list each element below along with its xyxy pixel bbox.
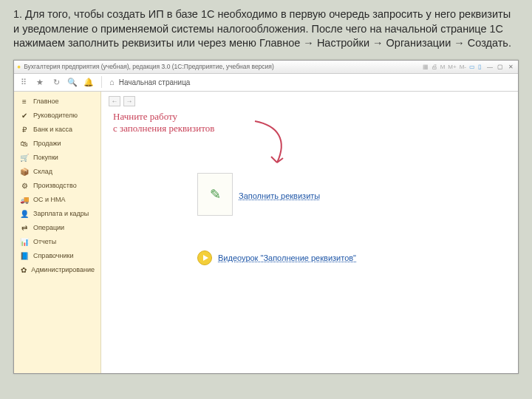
sidebar-item-main[interactable]: ≡Главное <box>14 95 100 109</box>
sidebar-item-label: ОС и НМА <box>33 196 66 203</box>
history-icon[interactable]: ↻ <box>51 77 61 87</box>
tool-icon[interactable]: M+ <box>448 64 456 70</box>
sidebar-item-label: Справочники <box>33 252 74 259</box>
truck-icon: 🚚 <box>20 196 29 204</box>
menu-icon: ≡ <box>20 98 29 106</box>
sidebar-item-label: Покупки <box>33 154 58 161</box>
pencil-icon: ✎ <box>210 186 221 202</box>
ruble-icon: ₽ <box>20 126 29 134</box>
search-icon[interactable]: 🔍 <box>67 77 78 87</box>
hint-line1: Начните работу <box>113 111 511 123</box>
chart-icon: 📊 <box>20 238 29 246</box>
video-row: Видеоурок "Заполнение реквизитов" <box>197 250 356 265</box>
main-area: ← → Начните работу с заполнения реквизит… <box>101 92 518 373</box>
sidebar-item-references[interactable]: 📘Справочники <box>14 249 100 263</box>
flower-icon: ✿ <box>20 266 27 274</box>
video-tutorial-link[interactable]: Видеоурок "Заполнение реквизитов" <box>218 253 356 262</box>
fill-requisites-link[interactable]: Заполнить реквизиты <box>239 191 320 200</box>
tool-icon[interactable]: M <box>440 64 446 70</box>
tool-icon[interactable]: M- <box>460 64 466 70</box>
nav-arrows: ← → <box>109 96 511 106</box>
forward-button[interactable]: → <box>123 96 135 106</box>
star-icon[interactable]: ★ <box>35 77 45 87</box>
maximize-icon[interactable]: ▢ <box>496 62 505 71</box>
bag-icon: 🛍 <box>20 140 29 148</box>
sidebar-item-label: Банк и касса <box>33 126 72 133</box>
tool-icon[interactable]: ▭ <box>469 64 475 70</box>
play-icon[interactable] <box>197 250 212 265</box>
gear-icon: ⚙ <box>20 182 29 190</box>
window-titlebar: ● Бухгалтерия предприятия (учебная), ред… <box>14 61 518 74</box>
sidebar-item-bank[interactable]: ₽Банк и касса <box>14 123 100 137</box>
handwritten-hint: Начните работу с заполнения реквизитов <box>113 111 511 135</box>
sidebar-item-label: Главное <box>33 98 58 105</box>
main-toolbar: ⠿ ★ ↻ 🔍 🔔 ⌂ Начальная страница <box>14 74 518 92</box>
check-icon: ✔ <box>20 112 29 120</box>
sidebar-item-purchases[interactable]: 🛒Покупки <box>14 151 100 165</box>
sidebar-item-manager[interactable]: ✔Руководителю <box>14 109 100 123</box>
sidebar-item-label: Производство <box>33 182 77 189</box>
sidebar-item-label: Зарплата и кадры <box>33 210 89 217</box>
titlebar-tools: ▦ 🖨 M M+ M- ▭ ▯ <box>423 64 481 70</box>
sidebar: ≡Главное ✔Руководителю ₽Банк и касса 🛍Пр… <box>14 92 101 373</box>
sidebar-item-reports[interactable]: 📊Отчеты <box>14 235 100 249</box>
sidebar-item-label: Администрирование <box>31 266 95 273</box>
slide-instruction: 1. Для того, чтобы создать ИП в базе 1С … <box>0 0 532 57</box>
box-icon: 📦 <box>20 168 29 176</box>
book-icon: 📘 <box>20 252 29 260</box>
bell-icon[interactable]: 🔔 <box>83 77 94 87</box>
sidebar-item-sales[interactable]: 🛍Продажи <box>14 137 100 151</box>
back-button[interactable]: ← <box>109 96 120 106</box>
sidebar-item-admin[interactable]: ✿Администрирование <box>14 263 100 277</box>
tool-icon[interactable]: 🖨 <box>432 64 437 70</box>
app-icon: ● <box>17 63 21 70</box>
sidebar-item-production[interactable]: ⚙Производство <box>14 179 100 193</box>
window-title: Бухгалтерия предприятия (учебная), редак… <box>24 63 423 70</box>
tool-icon[interactable]: ▯ <box>478 64 481 70</box>
tool-icon[interactable]: ▦ <box>423 64 429 70</box>
close-icon[interactable]: ✕ <box>506 62 515 71</box>
sidebar-item-label: Операции <box>33 224 64 231</box>
sidebar-item-label: Продажи <box>33 140 61 147</box>
instruction-text: 1. Для того, чтобы создать ИП в базе 1С … <box>13 8 511 49</box>
breadcrumb-label: Начальная страница <box>119 78 191 86</box>
breadcrumb: ⌂ Начальная страница <box>109 78 190 86</box>
separator <box>101 76 102 88</box>
sidebar-item-assets[interactable]: 🚚ОС и НМА <box>14 193 100 207</box>
sidebar-item-label: Отчеты <box>33 238 56 245</box>
app-window: ● Бухгалтерия предприятия (учебная), ред… <box>13 60 519 374</box>
fill-card[interactable]: ✎ <box>197 173 233 216</box>
hint-line2: с заполнения реквизитов <box>113 123 511 134</box>
home-icon[interactable]: ⌂ <box>109 78 115 86</box>
sidebar-item-label: Склад <box>33 168 52 175</box>
sidebar-item-operations[interactable]: ⇄Операции <box>14 221 100 235</box>
swap-icon: ⇄ <box>20 224 29 232</box>
sidebar-item-salary[interactable]: 👤Зарплата и кадры <box>14 207 100 221</box>
sidebar-item-warehouse[interactable]: 📦Склад <box>14 165 100 179</box>
person-icon: 👤 <box>20 210 29 218</box>
minimize-icon[interactable]: — <box>485 62 494 71</box>
sidebar-item-label: Руководителю <box>33 112 78 119</box>
cart-icon: 🛒 <box>20 154 29 162</box>
arrow-icon <box>249 118 293 170</box>
apps-icon[interactable]: ⠿ <box>18 77 29 87</box>
